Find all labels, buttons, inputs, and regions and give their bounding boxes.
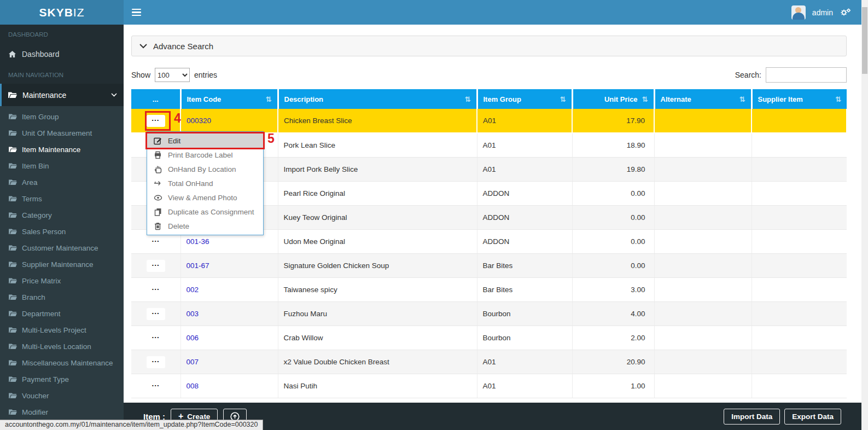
annotation-box-actions (145, 111, 171, 131)
sidebar-subitem[interactable]: Area (0, 174, 124, 190)
sidebar-subitem-label: Voucher (22, 392, 49, 400)
row-actions-button[interactable]: ... (147, 308, 165, 320)
item-code-link[interactable]: 000320 (187, 117, 211, 125)
item-code-link[interactable]: 007 (187, 358, 199, 366)
sidebar-subitem[interactable]: Category (0, 207, 124, 223)
sidebar-item-label: Dashboard (22, 50, 60, 59)
item-code-link[interactable]: 002 (187, 286, 199, 294)
supplier-item-cell (752, 157, 847, 181)
item-group-cell: Bourbon (477, 326, 572, 350)
sidebar-subitem[interactable]: Multi-Levels Location (0, 338, 124, 355)
sidebar-subitem[interactable]: Item Bin (0, 158, 124, 174)
row-actions-button[interactable]: ... (147, 236, 165, 248)
sidebar-subitem[interactable]: Department (0, 305, 124, 322)
item-code-link[interactable]: 008 (187, 382, 199, 390)
column-header-description[interactable]: Description⇅ (278, 89, 477, 109)
folder-open-icon (8, 91, 17, 98)
hand-point-right-icon (153, 180, 162, 187)
scrollbar-thumb[interactable] (862, 7, 867, 74)
item-code-link[interactable]: 003 (187, 310, 199, 318)
export-data-button[interactable]: Export Data (784, 409, 841, 425)
menu-item-print-barcode-label[interactable]: Print Barcode Label (147, 148, 263, 162)
column-header-item-group[interactable]: Item Group⇅ (477, 89, 572, 109)
column-header-item-code[interactable]: Item Code⇅ (180, 89, 278, 109)
description-cell: Kuey Teow Original (278, 205, 477, 229)
trash-icon (153, 222, 162, 230)
item-code-link[interactable]: 006 (187, 334, 199, 342)
supplier-item-cell (752, 350, 847, 374)
logo-text-bold: SKYB (39, 6, 73, 19)
user-name[interactable]: admin (812, 8, 833, 17)
advance-search-toggle[interactable]: Advance Search (131, 36, 847, 56)
sidebar-subitem[interactable]: Payment Type (0, 371, 124, 387)
entries-select[interactable]: 100 (155, 68, 190, 82)
supplier-item-cell (752, 133, 847, 157)
sidebar-subitem[interactable]: Unit Of Measurement (0, 125, 124, 141)
vertical-scrollbar[interactable] (861, 0, 868, 430)
sidebar-subitem[interactable]: Price Matrix (0, 272, 124, 289)
gears-icon[interactable] (840, 8, 852, 18)
sidebar-item-dashboard[interactable]: Dashboard (0, 43, 124, 65)
row-actions-button[interactable]: ... (147, 356, 165, 368)
sidebar-subitem-label: Unit Of Measurement (22, 129, 92, 137)
menu-item-view-amend-photo[interactable]: View & Amend Photo (147, 190, 263, 205)
sidebar-subitem-label: Multi-Levels Project (22, 326, 86, 334)
column-header-supplier-item[interactable]: Supplier Item⇅ (752, 89, 847, 109)
app-logo[interactable]: SKYBIZ (0, 0, 124, 25)
menu-item-edit[interactable]: Edit (147, 133, 263, 148)
folder-icon (9, 113, 17, 120)
sidebar-subitem[interactable]: Item Maintenance (0, 141, 124, 158)
menu-item-label: Edit (168, 137, 180, 145)
sidebar-subitem-label: Payment Type (22, 375, 69, 383)
logo-text-light: IZ (73, 6, 85, 19)
menu-item-label: Print Barcode Label (168, 151, 233, 159)
item-code-link[interactable]: 001-36 (187, 237, 209, 246)
user-avatar[interactable] (791, 5, 806, 20)
folder-icon (9, 310, 17, 317)
column-header-alternate[interactable]: Alternate⇅ (654, 89, 752, 109)
menu-item-total-onhand[interactable]: Total OnHand (147, 176, 263, 190)
row-actions-button[interactable]: ... (147, 260, 165, 272)
folder-icon (9, 245, 17, 251)
folder-icon (9, 392, 17, 399)
sidebar-subitem[interactable]: Branch (0, 289, 124, 305)
description-cell: Pearl Rice Original (278, 181, 477, 205)
row-actions-button[interactable]: ... (147, 284, 165, 296)
menu-item-delete[interactable]: Delete (147, 219, 263, 233)
sidebar-subitem-label: Supplier Maintenance (22, 260, 94, 269)
menu-item-duplicate-as-consignment[interactable]: Duplicate as Consignment (147, 205, 263, 219)
column-header-unit-price[interactable]: Unit Price⇅ (572, 89, 654, 109)
sidebar-subitem[interactable]: Sales Person (0, 223, 124, 240)
alternate-cell (654, 181, 752, 205)
import-data-button[interactable]: Import Data (724, 409, 780, 425)
sidebar: SKYBIZ DASHBOARD Dashboard MAIN NAVIGATI… (0, 0, 124, 430)
item-group-cell: ADDON (477, 205, 572, 229)
sidebar-subitem[interactable]: Multi-Levels Project (0, 322, 124, 338)
duplicate-icon (153, 208, 162, 216)
menu-item-label: Duplicate as Consignment (168, 208, 254, 216)
sidebar-subitem[interactable]: Supplier Maintenance (0, 256, 124, 272)
menu-item-label: OnHand By Location (168, 165, 236, 173)
row-actions-button[interactable]: ... (147, 380, 165, 392)
sidebar-item-label: Maintenance (22, 91, 66, 100)
sidebar-subitem[interactable]: Modifier (0, 404, 124, 420)
sidebar-subitem[interactable]: Terms (0, 190, 124, 207)
item-group-cell: A01 (477, 374, 572, 398)
description-cell: Taiwanese spicy (278, 277, 477, 301)
search-input[interactable] (766, 67, 847, 83)
table-row: ... 006 Crab Willow Bourbon 2.00 (131, 326, 847, 350)
sidebar-subitem-label: Item Bin (22, 162, 49, 170)
annotation-number-5: 5 (267, 131, 275, 146)
unit-price-cell: 2.00 (572, 326, 654, 350)
menu-item-onhand-by-location[interactable]: OnHand By Location (147, 162, 263, 176)
sidebar-item-maintenance[interactable]: Maintenance (0, 84, 124, 106)
sidebar-subitem[interactable]: Miscellaneous Maintenance (0, 355, 124, 371)
sidebar-subitem[interactable]: Customer Maintenance (0, 240, 124, 256)
folder-icon (9, 212, 17, 218)
hamburger-menu-button[interactable] (132, 0, 154, 25)
item-code-link[interactable]: 001-67 (187, 262, 209, 270)
row-actions-button[interactable]: ... (147, 332, 165, 344)
sidebar-subitem[interactable]: Voucher (0, 387, 124, 404)
sidebar-subitem[interactable]: Item Group (0, 108, 124, 125)
alternate-cell (654, 133, 752, 157)
